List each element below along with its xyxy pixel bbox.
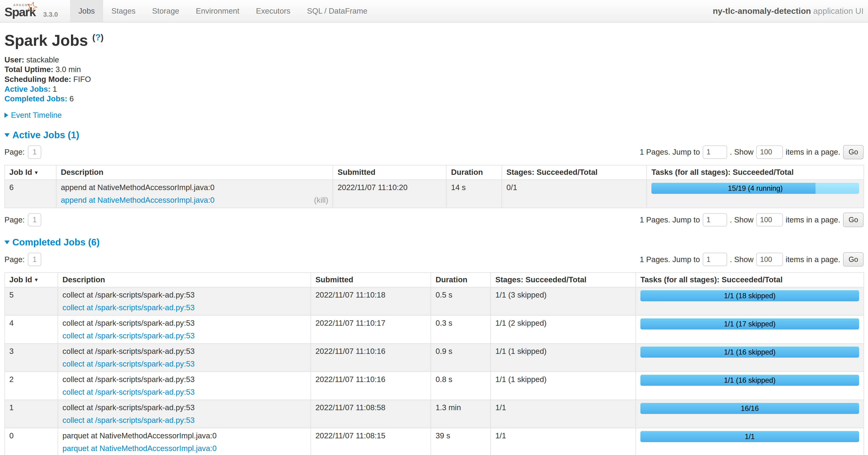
table-row: 1 collect at /spark-scripts/spark-ad.py:… bbox=[5, 400, 864, 428]
job-description-link[interactable]: collect at /spark-scripts/spark-ad.py:53 bbox=[62, 303, 194, 312]
column-header-submitted[interactable]: Submitted bbox=[311, 273, 431, 287]
column-header-tasks[interactable]: Tasks (for all stages): Succeeded/Total bbox=[636, 273, 864, 287]
show-label: . Show bbox=[730, 255, 754, 264]
kill-link[interactable]: (kill) bbox=[314, 196, 329, 205]
go-button[interactable]: Go bbox=[843, 145, 864, 159]
items-per-page-input[interactable] bbox=[756, 145, 783, 159]
description-cell: parquet at NativeMethodAccessorImpl.java… bbox=[58, 428, 311, 455]
spark-version: 3.3.0 bbox=[43, 10, 58, 18]
event-timeline-label: Event Timeline bbox=[11, 111, 62, 119]
submitted-cell: 2022/11/07 11:10:16 bbox=[311, 344, 431, 372]
help-link[interactable]: (?) bbox=[92, 32, 103, 42]
page-label: Page: bbox=[4, 148, 25, 157]
go-button[interactable]: Go bbox=[843, 212, 864, 227]
table-row: 5 collect at /spark-scripts/spark-ad.py:… bbox=[5, 287, 864, 315]
collapse-arrow-down-icon bbox=[4, 133, 10, 137]
tasks-cell: 1/1 bbox=[636, 428, 864, 455]
column-header-job-id[interactable]: Job Id▼ bbox=[5, 165, 56, 180]
column-header-description[interactable]: Description bbox=[58, 273, 311, 287]
sort-desc-icon: ▼ bbox=[34, 277, 39, 283]
tasks-cell: 15/19 (4 running) bbox=[647, 180, 864, 208]
user-value: stackable bbox=[27, 55, 59, 64]
active-jobs-header-row: Job Id▼ Description Submitted Duration S… bbox=[5, 165, 864, 180]
tab-executors[interactable]: Executors bbox=[248, 0, 299, 22]
active-jobs-pagination-top: Page: 1 Pages. Jump to . Show items in a… bbox=[4, 145, 864, 159]
show-label: . Show bbox=[730, 216, 754, 224]
tasks-progress-bar: 1/1 (17 skipped) bbox=[641, 318, 859, 330]
column-header-job-id[interactable]: Job Id▼ bbox=[5, 273, 58, 287]
duration-cell: 39 s bbox=[431, 428, 491, 455]
page-number-input[interactable] bbox=[28, 213, 41, 227]
tab-jobs[interactable]: Jobs bbox=[70, 0, 103, 22]
tasks-progress-bar: 1/1 (18 skipped) bbox=[641, 290, 859, 301]
completed-jobs-section-header[interactable]: Completed Jobs (6) bbox=[4, 237, 864, 248]
event-timeline-toggle[interactable]: Event Timeline bbox=[4, 111, 864, 120]
page-number-input[interactable] bbox=[28, 253, 41, 266]
help-paren-close: ) bbox=[100, 32, 103, 42]
stages-cell: 1/1 bbox=[491, 428, 636, 455]
job-description-link[interactable]: collect at /spark-scripts/spark-ad.py:53 bbox=[62, 360, 194, 368]
duration-cell: 0.3 s bbox=[431, 315, 491, 344]
page-label: Page: bbox=[4, 216, 25, 224]
submitted-cell: 2022/11/07 11:08:58 bbox=[311, 400, 431, 428]
collapse-arrow-down-icon bbox=[4, 240, 10, 244]
active-jobs-link[interactable]: Active Jobs: bbox=[4, 85, 51, 93]
table-row: 0 parquet at NativeMethodAccessorImpl.ja… bbox=[5, 428, 864, 455]
tab-storage[interactable]: Storage bbox=[144, 0, 188, 22]
tab-sql-dataframe[interactable]: SQL / DataFrame bbox=[299, 0, 376, 22]
tab-stages[interactable]: Stages bbox=[103, 0, 144, 22]
progress-label: 1/1 bbox=[641, 431, 859, 442]
jump-to-page-input[interactable] bbox=[703, 145, 727, 159]
items-per-page-input[interactable] bbox=[756, 253, 783, 266]
stages-cell: 1/1 (3 skipped) bbox=[491, 287, 636, 315]
column-header-stages[interactable]: Stages: Succeeded/Total bbox=[491, 273, 636, 287]
job-id-cell: 0 bbox=[5, 428, 58, 455]
job-description: parquet at NativeMethodAccessorImpl.java… bbox=[62, 431, 306, 440]
page-number-input[interactable] bbox=[28, 145, 41, 159]
column-header-stages[interactable]: Stages: Succeeded/Total bbox=[502, 165, 647, 180]
info-user: User: stackable bbox=[4, 55, 864, 65]
tasks-cell: 1/1 (17 skipped) bbox=[636, 315, 864, 344]
job-id-header-label: Job Id bbox=[9, 168, 32, 176]
job-id-cell: 5 bbox=[5, 287, 58, 315]
stages-cell: 1/1 (1 skipped) bbox=[491, 372, 636, 400]
job-description-link[interactable]: collect at /spark-scripts/spark-ad.py:53 bbox=[62, 416, 194, 425]
items-in-page-label: items in a page. bbox=[786, 216, 840, 224]
show-label: . Show bbox=[730, 148, 754, 157]
job-description-link[interactable]: collect at /spark-scripts/spark-ad.py:53 bbox=[62, 388, 194, 396]
column-header-description[interactable]: Description bbox=[56, 165, 333, 180]
jump-to-page-input[interactable] bbox=[703, 213, 727, 227]
submitted-cell: 2022/11/07 11:10:17 bbox=[311, 315, 431, 344]
column-header-tasks[interactable]: Tasks (for all stages): Succeeded/Total bbox=[647, 165, 864, 180]
go-button[interactable]: Go bbox=[843, 252, 864, 266]
application-name: ny-tlc-anomaly-detection bbox=[713, 6, 811, 16]
submitted-cell: 2022/11/07 11:10:18 bbox=[311, 287, 431, 315]
column-header-duration[interactable]: Duration bbox=[431, 273, 491, 287]
job-id-cell: 6 bbox=[5, 180, 56, 208]
table-row: 4 collect at /spark-scripts/spark-ad.py:… bbox=[5, 315, 864, 344]
job-description: collect at /spark-scripts/spark-ad.py:53 bbox=[62, 347, 306, 356]
tab-environment[interactable]: Environment bbox=[188, 0, 248, 22]
job-description-link[interactable]: parquet at NativeMethodAccessorImpl.java… bbox=[62, 444, 217, 453]
items-per-page-input[interactable] bbox=[756, 213, 783, 227]
scheduling-mode-value: FIFO bbox=[73, 75, 91, 84]
tasks-cell: 1/1 (16 skipped) bbox=[636, 344, 864, 372]
uptime-value: 3.0 min bbox=[56, 65, 81, 74]
tasks-cell: 16/16 bbox=[636, 400, 864, 428]
items-in-page-label: items in a page. bbox=[786, 255, 840, 264]
jump-to-page-input[interactable] bbox=[703, 253, 727, 266]
completed-jobs-section-title: Completed Jobs (6) bbox=[12, 237, 100, 248]
completed-jobs-link[interactable]: Completed Jobs: bbox=[4, 94, 67, 103]
tasks-progress-bar: 16/16 bbox=[641, 403, 859, 414]
job-description-link[interactable]: append at NativeMethodAccessorImpl.java:… bbox=[61, 196, 215, 204]
column-header-duration[interactable]: Duration bbox=[446, 165, 502, 180]
job-id-cell: 4 bbox=[5, 315, 58, 344]
spark-logo[interactable]: APACHE Spark ☆ bbox=[4, 2, 39, 21]
tasks-cell: 1/1 (16 skipped) bbox=[636, 372, 864, 400]
active-jobs-pagination-bottom: Page: 1 Pages. Jump to . Show items in a… bbox=[4, 212, 864, 227]
column-header-submitted[interactable]: Submitted bbox=[333, 165, 446, 180]
job-description-link[interactable]: collect at /spark-scripts/spark-ad.py:53 bbox=[62, 331, 194, 340]
tasks-progress-bar: 1/1 (16 skipped) bbox=[641, 375, 859, 386]
duration-cell: 14 s bbox=[446, 180, 502, 208]
active-jobs-section-header[interactable]: Active Jobs (1) bbox=[4, 130, 864, 141]
